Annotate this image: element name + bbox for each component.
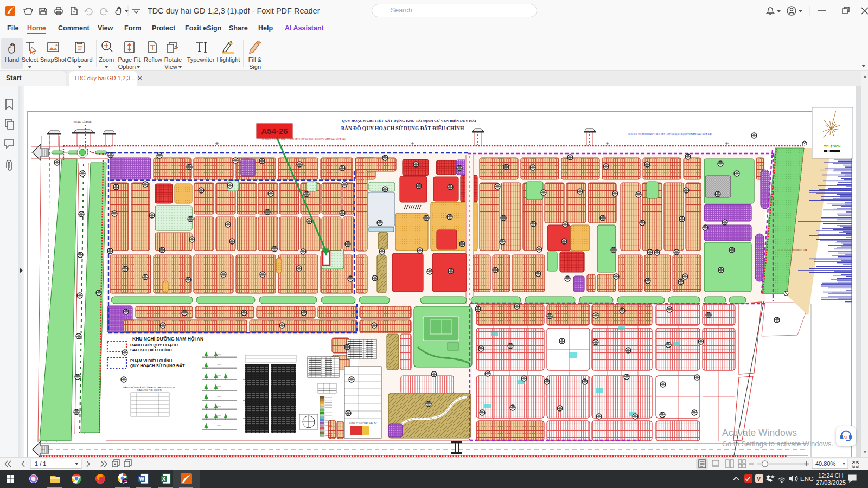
svg-text:QUY HOẠCH CHI TIẾT XÂY DỰNG KH: QUY HOẠCH CHI TIẾT XÂY DỰNG KHU TÁI ĐỊNH… xyxy=(342,119,476,123)
svg-text:ĐI CẦU CỬA ĐẠI: ĐI CẦU CỬA ĐẠI xyxy=(74,120,92,123)
svg-text:12:24 CH: 12:24 CH xyxy=(818,472,844,479)
svg-text:ENG: ENG xyxy=(800,476,814,482)
svg-text:QUY HOẠCH SỬ DỤNG ĐẤT: QUY HOẠCH SỬ DỤNG ĐẤT xyxy=(130,363,185,368)
svg-text:═══: ═══ xyxy=(216,364,221,366)
svg-text:KHU NGHỈ DƯỠNG NAM HỘI AN: KHU NGHỈ DƯỠNG NAM HỘI AN xyxy=(132,336,203,342)
svg-text:═══: ═══ xyxy=(216,425,221,427)
svg-text:═══: ═══ xyxy=(216,415,221,417)
svg-text:1 / 1: 1 / 1 xyxy=(35,460,46,467)
svg-text:TỶ LỆ XÍCH: TỶ LỆ XÍCH xyxy=(824,144,840,148)
svg-text:═══: ═══ xyxy=(216,375,221,377)
svg-text:CÔNG TY CỔ PHẦN ĐẦU TƯ: CÔNG TY CỔ PHẦN ĐẦU TƯ xyxy=(349,422,377,425)
svg-text:PHẠM VI ĐIỀU CHỈNH: PHẠM VI ĐIỀU CHỈNH xyxy=(130,358,172,363)
svg-text:W: W xyxy=(139,476,145,482)
svg-text:A54-26: A54-26 xyxy=(261,126,288,136)
svg-text:BẢN ĐỒ QUY HOẠCH SỬ DỤNG ĐẤT Đ: BẢN ĐỒ QUY HOẠCH SỬ DỤNG ĐẤT ĐIỀU CHỈNH xyxy=(341,125,464,131)
svg-text:AI: AI xyxy=(843,435,847,439)
svg-text:X: X xyxy=(162,476,166,482)
svg-text:40.80%: 40.80% xyxy=(815,460,836,467)
svg-text:═══: ═══ xyxy=(216,405,221,407)
svg-text:27/03/2025: 27/03/2025 xyxy=(816,479,846,486)
svg-text:═══: ═══ xyxy=(216,386,221,388)
svg-text:KHU ĐÔ THỊ MỚI BÌNH THIÊN KẾT: KHU ĐÔ THỊ MỚI BÌNH THIÊN KẾT HỢP DU LỊC… xyxy=(628,133,711,136)
svg-text:SAU KHI ĐIỀU CHỈNH: SAU KHI ĐIỀU CHỈNH xyxy=(130,347,172,352)
svg-text:V: V xyxy=(757,476,761,482)
svg-text:RANH GIỚI QUY HOẠCH: RANH GIỚI QUY HOẠCH xyxy=(130,343,178,348)
svg-text:(ĐÃ ĐƯỢC PHÊ DUYỆT): (ĐÃ ĐƯỢC PHÊ DUYỆT) xyxy=(137,389,162,391)
svg-text:═══: ═══ xyxy=(216,353,221,355)
svg-text:═══: ═══ xyxy=(216,395,221,397)
